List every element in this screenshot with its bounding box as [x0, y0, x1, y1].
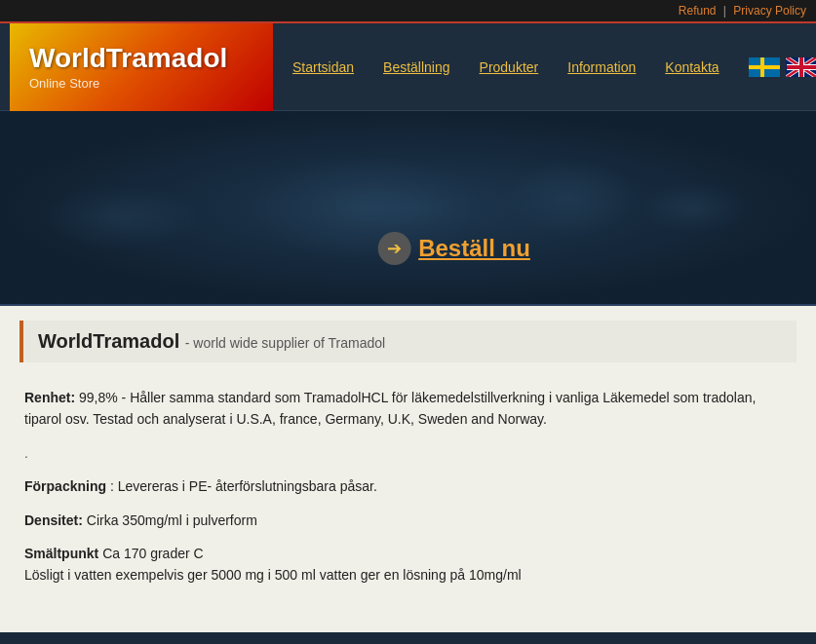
main-nav: Startsidan Beställning Produkter Informa… [273, 57, 816, 77]
uk-flag[interactable] [786, 57, 816, 77]
nav-kontakta[interactable]: Kontakta [665, 59, 719, 75]
nav-bestallning[interactable]: Beställning [383, 59, 450, 75]
packaging-text: : Levereras i PE- återförslutningsbara p… [110, 478, 377, 494]
density-text: Cirka 350mg/ml i pulverform [87, 512, 257, 528]
melting-label: Smältpunkt [24, 546, 98, 561]
nav-startsidan[interactable]: Startsidan [292, 59, 354, 75]
language-flags [749, 57, 816, 77]
density-label: Densitet: [24, 512, 83, 528]
privacy-link[interactable]: Privacy Policy [733, 4, 806, 18]
order-arrow-icon: ➔ [377, 232, 410, 265]
order-button[interactable]: ➔ Beställ nu [377, 232, 530, 265]
packaging-paragraph: Förpackning : Levereras i PE- återförslu… [24, 475, 792, 497]
swedish-flag[interactable] [749, 57, 780, 77]
purity-text: 99,8% - Håller samma standard som Tramad… [24, 390, 756, 427]
logo-title: WorldTramadol [29, 43, 273, 74]
separator: | [723, 4, 726, 18]
content-heading-main: WorldTramadol [38, 330, 179, 352]
nav-produkter[interactable]: Produkter [480, 59, 539, 75]
purity-paragraph: Renhet: 99,8% - Håller samma standard so… [24, 387, 792, 431]
melting-text: Ca 170 grader C [102, 546, 204, 561]
nav-information[interactable]: Information [567, 59, 636, 75]
density-paragraph: Densitet: Cirka 350mg/ml i pulverform [24, 510, 792, 531]
melting-paragraph: Smältpunkt Ca 170 grader C Lösligt i vat… [24, 543, 792, 587]
content-heading-box: WorldTramadol - world wide supplier of T… [19, 321, 797, 362]
top-bar: Refund | Privacy Policy [0, 0, 816, 23]
main-content: Renhet: 99,8% - Håller samma standard so… [19, 382, 797, 603]
dot: . [24, 445, 28, 461]
world-map-overlay [0, 111, 816, 304]
header: WorldTramadol Online Store Startsidan Be… [0, 23, 816, 111]
content-heading: WorldTramadol - world wide supplier of T… [38, 330, 782, 353]
solubility-text: Lösligt i vatten exempelvis ger 5000 mg … [24, 567, 522, 583]
order-button-container: ➔ Beställ nu [377, 232, 530, 265]
logo-subtitle: Online Store [29, 76, 273, 91]
order-button-label: Beställ nu [418, 235, 530, 262]
refund-link[interactable]: Refund [679, 4, 717, 18]
packaging-label: Förpackning [24, 478, 106, 494]
purity-label: Renhet: [24, 390, 75, 405]
content-wrapper: WorldTramadol - world wide supplier of T… [0, 306, 816, 632]
hero-banner: ➔ Beställ nu [0, 111, 816, 306]
content-heading-sub: - world wide supplier of Tramadol [185, 335, 385, 351]
logo-box: WorldTramadol Online Store [10, 23, 273, 111]
dot-paragraph: . [24, 442, 792, 464]
